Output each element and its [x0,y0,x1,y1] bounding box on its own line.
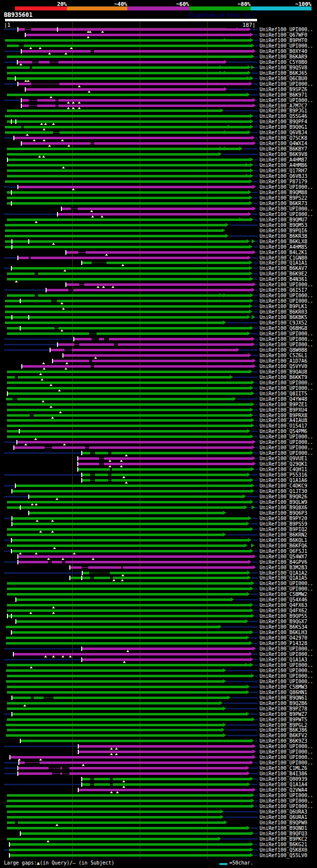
alignment-row[interactable]: UniRef100_UPI000.. [0,212,317,217]
alignment-row[interactable]: UniRef100_Q1A1A1 [0,260,317,266]
hit-accession-link[interactable]: UniRef100_C4DKC9 [260,483,307,488]
hit-accession-link[interactable]: UniRef100_B6KAR9 [260,54,307,59]
hit-accession-link[interactable]: UniRef100_B6KR03 [260,309,307,315]
alignment-row[interactable]: UniRef100_Q5K8X0 [0,847,317,853]
hit-accession-link[interactable]: UniRef100_B4GPV6 [260,559,307,565]
alignment-row[interactable]: UniRef100_Q1JT30 [0,488,317,494]
alignment-row[interactable]: UniRef100_UPI000.. [0,282,317,287]
alignment-row[interactable]: UniRef100_UPI000.. [0,668,317,673]
hit-accession-link[interactable]: UniRef100_B9Q0G1 [260,124,307,130]
alignment-row[interactable]: UniRef100_Q4FX62 [0,608,317,613]
hit-accession-link[interactable]: UniRef100_O42970 [260,635,307,641]
alignment-row[interactable]: UniRef100_B0XY40 [0,49,317,54]
alignment-row[interactable]: UniRef100_B9PQI6 [0,228,317,233]
hit-accession-link[interactable]: UniRef100_UPI000.. [260,804,313,809]
hit-accession-link[interactable]: UniRef100_B9PS59 [260,521,307,527]
hit-accession-link[interactable]: UniRef100_UPI000.. [260,43,313,49]
hit-accession-link[interactable]: UniRef100_B9Q2B6 [260,701,307,706]
hit-accession-link[interactable]: UniRef100_UPI000.. [260,581,313,586]
alignment-row[interactable]: UniRef100_P14328 [0,641,317,646]
hit-accession-link[interactable]: UniRef100_UPI000.. [260,98,313,103]
hit-accession-link[interactable]: UniRef100_Q55G46 [260,113,307,119]
hit-accession-link[interactable]: UniRef100_O15417 [260,423,307,429]
alignment-row[interactable]: UniRef100_B9PZE1 [0,402,317,407]
alignment-row[interactable]: UniRef100_UPI000.. [0,331,317,336]
alignment-row[interactable]: UniRef100_UPI000.. [0,385,317,391]
hit-accession-link[interactable]: UniRef100_C1MLZ6 [260,765,307,771]
alignment-row[interactable]: UniRef100_B6K9Z3 [0,738,317,744]
hit-accession-link[interactable]: UniRef100_B9Q8X6 [260,505,307,510]
alignment-row[interactable]: UniRef100_B9PXU4 [0,407,317,413]
alignment-row[interactable]: UniRef100_UPI000.. [0,749,317,755]
hit-accession-link[interactable]: UniRef100_Q54X46 [260,597,307,602]
alignment-row[interactable]: UniRef100_UPI000.. [0,27,317,32]
hit-accession-link[interactable]: UniRef100_B6KQL1 [260,538,307,543]
alignment-row[interactable]: UniRef100_B9QFQ3 [0,831,317,836]
hit-accession-link[interactable]: UniRef100_Q6I5I7 [260,287,307,293]
hit-accession-link[interactable]: UniRef100_B9QPW0 [260,820,307,825]
alignment-row[interactable]: UniRef100_A4HM86 [0,163,317,168]
hit-accession-link[interactable]: UniRef100_B9QFQ3 [260,831,307,836]
alignment-row[interactable]: UniRef100_Q9VUE1 [0,456,317,461]
alignment-row[interactable]: UniRef100_Q29QK1 [0,461,317,467]
hit-accession-link[interactable]: UniRef100_UPI000.. [260,662,313,668]
hit-accession-link[interactable]: UniRef100_C5BMW3 [260,684,307,690]
alignment-row[interactable]: UniRef100_B9Q6P3 [0,510,317,516]
hit-accession-link[interactable]: UniRef100_B9QR26 [260,494,307,499]
alignment-row[interactable]: UniRef100_B9QLW9 [0,499,317,505]
hit-accession-link[interactable]: UniRef100_B9PKC2 [260,836,307,842]
alignment-row[interactable]: UniRef100_B6K971 [0,92,317,98]
alignment-row[interactable]: UniRef100_UPI000.. [0,184,317,190]
alignment-row[interactable]: UniRef100_B6KQL1 [0,538,317,543]
alignment-row[interactable]: UniRef100_B9Q0G1 [0,124,317,130]
hit-accession-link[interactable]: UniRef100_B4N361 [260,276,307,282]
hit-accession-link[interactable]: UniRef100_Q4FX62 [260,608,307,613]
hit-accession-link[interactable]: UniRef100_A1D7A6 [260,358,307,364]
hit-accession-link[interactable]: UniRef100_Q17RH7 [260,168,307,173]
hit-accession-link[interactable]: UniRef100_Q9VUE1 [260,456,307,461]
alignment-row[interactable]: UniRef100_B4L2K1 [0,250,317,255]
alignment-row[interactable]: UniRef100_Q1A1A3 [0,657,317,662]
hit-accession-link[interactable]: UniRef100_UPI000.. [260,342,313,347]
alignment-row[interactable]: UniRef100_O42970 [0,635,317,641]
hit-accession-link[interactable]: UniRef100_B9QN61 [260,695,307,701]
hit-accession-link[interactable]: UniRef100_UPI000.. [260,679,313,684]
hit-accession-link[interactable]: UniRef100_B9PHT0 [260,38,307,43]
alignment-row[interactable]: UniRef100_B6KR38 [0,233,317,239]
alignment-row[interactable]: UniRef100_C5Z6L1 [0,353,317,358]
hit-accession-link[interactable]: UniRef100_B9PZE1 [260,402,307,407]
alignment-row[interactable]: UniRef100_Q55LV0 [0,853,317,858]
hit-accession-link[interactable]: UniRef100_UPI000.. [260,673,313,679]
hit-accession-link[interactable]: UniRef100_UPI000.. [260,798,313,804]
alignment-row[interactable]: UniRef100_Q17RH7 [0,168,317,173]
hit-accession-link[interactable]: UniRef100_Q1A1A5 [260,575,307,581]
hit-accession-link[interactable]: UniRef100_B9PIQ2 [260,527,307,532]
alignment-row[interactable]: UniRef100_UPI000.. [0,755,317,760]
hit-accession-link[interactable]: UniRef100_Q55LV0 [260,853,307,858]
alignment-row[interactable]: UniRef100_B9QP55 [0,613,317,619]
alignment-row[interactable]: UniRef100_Q86HN1 [0,690,317,695]
hit-accession-link[interactable]: UniRef100_Q5K8X0 [260,847,307,853]
hit-accession-link[interactable]: UniRef100_B9PWT5 [260,717,307,722]
hit-accession-link[interactable]: UniRef100_UPI000.. [260,749,313,755]
hit-accession-link[interactable]: UniRef100_B6KRN2 [260,532,307,538]
alignment-row[interactable]: UniRef100_B6KR73 [0,201,317,206]
alignment-row[interactable]: UniRef100_Q54WX7 [0,554,317,559]
hit-accession-link[interactable]: UniRef100_UPI000.. [260,298,313,304]
hit-accession-link[interactable]: UniRef100_B6K971 [260,92,307,98]
alignment-row[interactable]: UniRef100_UPI000.. [0,81,317,87]
alignment-row[interactable]: UniRef100_UPI000.. [0,450,317,456]
hit-accession-link[interactable]: UniRef100_UPI000.. [260,27,313,32]
hit-accession-link[interactable]: UniRef100_Q00939 [260,776,307,782]
hit-accession-link[interactable]: UniRef100_UPI000.. [260,385,313,391]
alignment-row[interactable]: UniRef100_B6KFQ6 [0,543,317,548]
alignment-row[interactable]: UniRef100_B9PWT5 [0,717,317,722]
hit-accession-link[interactable]: UniRef100_Q4YW48 [260,396,307,402]
hit-accession-link[interactable]: UniRef100_B9QLW9 [260,499,307,505]
alignment-row[interactable]: UniRef100_UPI000.. [0,586,317,592]
alignment-row[interactable]: UniRef100_B6KS34 [0,624,317,630]
alignment-row[interactable]: UniRef100_B9QN61 [0,695,317,701]
alignment-row[interactable]: UniRef100_B6KAV7 [0,266,317,271]
hit-accession-link[interactable]: UniRef100_UPI000.. [260,331,313,336]
hit-accession-link[interactable]: UniRef100_B9QAU8 [260,369,307,375]
